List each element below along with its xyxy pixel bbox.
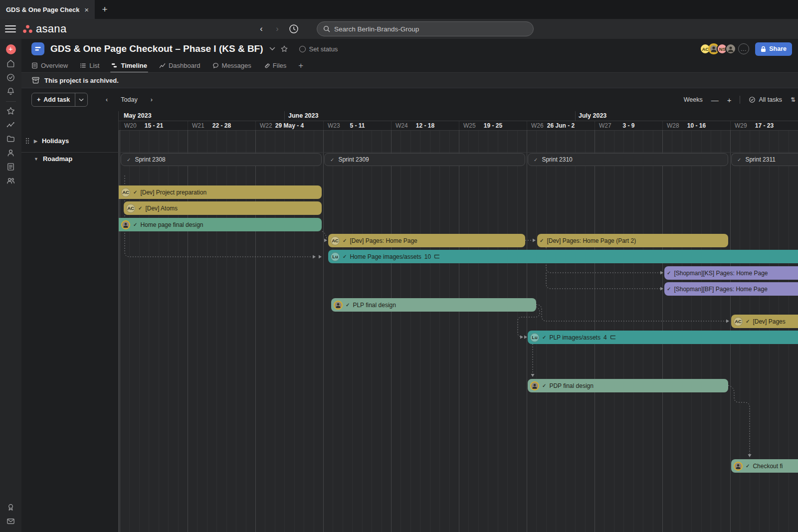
task-bar[interactable]: AC✓[Dev] Project preparation xyxy=(119,185,322,199)
timeline-view: May 2023June 2023July 2023 W2015 - 21W21… xyxy=(21,111,798,532)
zoom-out-button[interactable]: — xyxy=(711,96,719,104)
next-period-icon[interactable]: › xyxy=(151,96,153,103)
completed-check-icon: ✓ xyxy=(667,270,671,276)
tab-list[interactable]: List xyxy=(80,59,99,72)
search-icon xyxy=(323,25,330,32)
archive-icon xyxy=(32,77,39,84)
asana-logo[interactable]: asana xyxy=(23,22,66,35)
main-content: GDS & One Page Checkout – Phase I (KS & … xyxy=(21,39,798,532)
check-circle-icon[interactable] xyxy=(6,73,15,82)
toolbar-divider xyxy=(740,96,740,104)
more-members-button[interactable]: ... xyxy=(738,43,749,54)
subtasks-icon xyxy=(434,254,440,259)
project-icon[interactable] xyxy=(31,42,44,55)
task-label: [Shopman][KS] Pages: Home Page xyxy=(674,270,768,277)
new-tab-button[interactable]: + xyxy=(95,0,115,19)
task-label: Checkout fi xyxy=(753,463,783,470)
completed-check-icon: ✓ xyxy=(746,319,750,324)
assignee-avatar: AC xyxy=(734,317,743,326)
assignee-avatar: AC xyxy=(121,188,130,197)
task-bar[interactable]: Lu✓Home Page images/assets10 xyxy=(328,250,798,263)
nav-forward-icon[interactable]: › xyxy=(273,24,282,33)
star-favorite-icon[interactable] xyxy=(280,45,288,53)
search-input[interactable]: Search Berlin-Brands-Group xyxy=(317,21,534,36)
task-bar[interactable]: AC✓[Dev] Atoms xyxy=(124,201,322,215)
completed-check-icon: ✓ xyxy=(746,463,750,469)
bell-icon[interactable] xyxy=(6,87,15,96)
archived-banner-text: This project is archived. xyxy=(44,77,119,84)
assignee-avatar: Lu xyxy=(331,252,340,261)
sprint-bar[interactable]: ✓Sprint 2309 xyxy=(324,153,525,166)
task-bar[interactable]: AC✓[Dev] Pages: Home Page xyxy=(328,234,525,247)
zoom-level-label[interactable]: Weeks xyxy=(684,96,703,103)
prev-period-icon[interactable]: ‹ xyxy=(106,96,108,103)
assignee-avatar xyxy=(734,462,743,471)
sprint-bar[interactable]: ✓Sprint 2308 xyxy=(121,153,322,166)
all-tasks-filter[interactable]: All tasks xyxy=(749,96,782,103)
app-topbar: asana ‹ › Search Berlin-Brands-Group xyxy=(0,19,798,39)
tab-timeline[interactable]: Timeline xyxy=(111,59,147,72)
task-bar[interactable]: ✓[Dev] Pages: Home Page (Part 2) xyxy=(537,234,728,247)
today-button[interactable]: Today xyxy=(121,96,137,103)
archived-banner: This project is archived. xyxy=(21,72,798,88)
share-label: Share xyxy=(769,45,787,52)
sprint-bar[interactable]: ✓Sprint 2310 xyxy=(528,153,728,166)
task-bar[interactable]: ✓[Shopman][BF] Pages: Home Page xyxy=(664,282,798,296)
sprint-bar[interactable]: ✓Sprint 2311 xyxy=(731,153,798,166)
add-task-button[interactable]: + Add task xyxy=(31,93,88,107)
star-icon[interactable] xyxy=(6,106,15,116)
sort-control[interactable]: ⇅ Sort xyxy=(791,96,798,103)
subtask-count: 4 xyxy=(603,334,607,341)
task-bar[interactable]: ✓PDP final design xyxy=(528,379,728,392)
avatar[interactable] xyxy=(725,43,736,54)
task-bar[interactable]: Lu✓PLP images/assets4 xyxy=(528,331,798,344)
close-icon[interactable]: × xyxy=(84,5,89,14)
project-header: GDS & One Page Checkout – Phase I (KS & … xyxy=(21,39,798,59)
assignee-avatar xyxy=(121,220,130,229)
share-button[interactable]: Share xyxy=(755,42,792,56)
task-bar[interactable]: ✓Checkout fi xyxy=(731,459,798,473)
add-tab-button[interactable]: + xyxy=(298,61,303,71)
person-icon[interactable] xyxy=(6,148,15,158)
tab-dashboard[interactable]: Dashboard xyxy=(159,59,200,72)
insights-icon[interactable] xyxy=(6,120,15,130)
clipboard-icon[interactable] xyxy=(6,162,15,172)
timeline-canvas: ✓Sprint 2308✓Sprint 2309✓Sprint 2310✓Spr… xyxy=(21,111,798,532)
browser-tab[interactable]: GDS & One Page Checko... × xyxy=(0,0,95,19)
task-bar[interactable]: ✓PLP final design xyxy=(331,298,536,312)
browser-tabstrip: GDS & One Page Checko... × + xyxy=(0,0,798,19)
task-bar[interactable]: ✓Home page final design xyxy=(119,218,322,231)
completed-check-icon: ✓ xyxy=(667,286,671,292)
page-title: GDS & One Page Checkout – Phase I (KS & … xyxy=(50,43,263,54)
folder-icon[interactable] xyxy=(6,134,15,144)
assignee-avatar xyxy=(530,381,539,390)
chevron-down-icon[interactable] xyxy=(269,47,275,51)
search-placeholder: Search Berlin-Brands-Group xyxy=(334,25,419,33)
project-tabs: OverviewListTimelineDashboardMessagesFil… xyxy=(21,59,798,72)
home-icon[interactable] xyxy=(6,59,15,68)
create-button[interactable]: + xyxy=(6,44,16,54)
set-status-button[interactable]: Set status xyxy=(299,45,338,53)
history-clock-icon[interactable] xyxy=(289,24,299,34)
timeline-toolbar: + Add task ‹ Today › Weeks — + All tasks xyxy=(21,88,798,111)
tab-overview[interactable]: Overview xyxy=(31,59,68,72)
task-label: [Dev] Project preparation xyxy=(140,189,206,196)
nav-back-icon[interactable]: ‹ xyxy=(257,24,266,33)
task-label: PDP final design xyxy=(549,382,594,389)
tab-messages[interactable]: Messages xyxy=(212,59,251,72)
people-icon[interactable] xyxy=(6,176,15,185)
subtask-count: 10 xyxy=(424,253,431,260)
mail-icon[interactable] xyxy=(6,517,15,526)
hamburger-menu-icon[interactable] xyxy=(5,23,16,34)
browser-tab-title: GDS & One Page Checko... xyxy=(6,6,79,13)
task-bar[interactable]: AC✓[Dev] Pages xyxy=(731,315,798,328)
completed-check-icon: ✓ xyxy=(133,222,137,227)
task-bar[interactable]: ✓[Shopman][KS] Pages: Home Page xyxy=(664,266,798,280)
status-circle-icon xyxy=(299,46,306,52)
task-label: [Dev] Pages: Home Page (Part 2) xyxy=(547,237,636,244)
zoom-in-button[interactable]: + xyxy=(727,96,732,104)
tab-files[interactable]: Files xyxy=(263,59,286,72)
completed-check-icon: ✓ xyxy=(346,302,350,308)
add-task-dropdown-icon[interactable] xyxy=(75,93,87,106)
award-icon[interactable] xyxy=(6,503,15,512)
